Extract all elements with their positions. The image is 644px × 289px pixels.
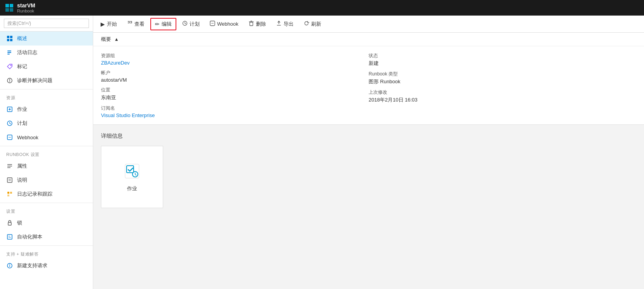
- edit-icon: ✏: [155, 21, 160, 27]
- search-input[interactable]: [4, 19, 89, 28]
- last-modified-label: 上次修改: [369, 89, 636, 96]
- sidebar-item-automation-script[interactable]: 自动化脚本: [0, 230, 93, 244]
- svg-rect-8: [7, 51, 11, 51]
- summary-header: 概要 ▲: [93, 33, 644, 46]
- runbook-settings-section-label: RUNBOOK 设置: [0, 148, 93, 159]
- runbook-type-label: Runbook 类型: [369, 71, 636, 77]
- export-button[interactable]: 导出: [272, 18, 298, 30]
- webhook-button[interactable]: Webhook: [205, 18, 243, 30]
- view-icon: [127, 21, 132, 27]
- sidebar-label-description: 说明: [17, 177, 27, 184]
- refresh-icon: [304, 21, 309, 27]
- svg-rect-6: [7, 39, 9, 41]
- account-field: 帐户 autostarVM: [101, 70, 369, 83]
- sidebar-label-jobs: 作业: [17, 106, 27, 113]
- resource-group-label: 资源组: [101, 53, 369, 59]
- svg-rect-26: [7, 178, 12, 182]
- sidebar-label-diagnose: 诊断并解决问题: [17, 77, 52, 84]
- sidebar-item-webhooks[interactable]: Webhook: [0, 130, 93, 144]
- sidebar-label-overview: 概述: [17, 35, 27, 42]
- location-field: 位置 东南亚: [101, 87, 369, 101]
- content-area: ▶ 开始 查看 ✏ 编辑 计划: [93, 16, 644, 289]
- svg-rect-32: [8, 222, 11, 225]
- status-label: 状态: [369, 53, 636, 59]
- sidebar-item-activity-log[interactable]: 活动日志: [0, 46, 93, 60]
- svg-rect-0: [5, 4, 9, 7]
- start-label: 开始: [107, 21, 117, 28]
- divider-3: [0, 203, 93, 203]
- webhook-label: Webhook: [217, 21, 238, 27]
- sidebar-label-lock: 锁: [17, 219, 22, 226]
- tag-icon: [6, 63, 13, 70]
- resource-group-value[interactable]: ZBAzureDev: [101, 60, 369, 66]
- svg-point-11: [10, 65, 12, 66]
- script-icon: [6, 233, 13, 240]
- sidebar-item-properties[interactable]: 属性: [0, 159, 93, 173]
- sidebar-label-automation-script: 自动化脚本: [17, 233, 42, 240]
- export-icon: [276, 21, 282, 27]
- svg-rect-4: [7, 36, 9, 38]
- divider-4: [0, 245, 93, 246]
- sidebar-item-diagnose[interactable]: 诊断并解决问题: [0, 74, 93, 88]
- svg-rect-5: [10, 36, 12, 38]
- svg-rect-30: [10, 192, 12, 194]
- location-label: 位置: [101, 87, 369, 93]
- main-layout: 概述 活动日志 标记 诊断并解决问题 资源 作业: [0, 16, 644, 289]
- sidebar-item-schedules[interactable]: 计划: [0, 116, 93, 130]
- svg-rect-1: [10, 4, 13, 7]
- sidebar-item-tags[interactable]: 标记: [0, 60, 93, 74]
- view-label: 查看: [134, 21, 144, 28]
- view-button[interactable]: 查看: [123, 18, 149, 30]
- sidebar-label-new-support: 新建支持请求: [17, 262, 47, 269]
- svg-rect-9: [7, 52, 11, 53]
- webhook-icon: [6, 134, 13, 141]
- jobs-detail-card[interactable]: 作业: [101, 146, 163, 208]
- divider-1: [0, 89, 93, 89]
- subscription-field: 订阅名 Visual Studio Enterprise: [101, 105, 369, 118]
- sidebar-item-lock[interactable]: 锁: [0, 216, 93, 230]
- chevron-up-icon[interactable]: ▲: [114, 37, 119, 42]
- search-box[interactable]: [0, 16, 93, 32]
- sidebar-item-overview[interactable]: 概述: [0, 32, 93, 46]
- logo-icon: [5, 3, 14, 12]
- sidebar-item-description[interactable]: 说明: [0, 173, 93, 187]
- refresh-button[interactable]: 刷新: [299, 18, 325, 30]
- last-modified-field: 上次修改 2018年2月10日 16:03: [369, 89, 636, 103]
- schedule-icon: [6, 120, 13, 127]
- refresh-label: 刷新: [311, 21, 321, 28]
- jobs-card-label: 作业: [127, 185, 137, 192]
- subscription-value[interactable]: Visual Studio Enterprise: [101, 112, 369, 118]
- toolbar: ▶ 开始 查看 ✏ 编辑 计划: [93, 16, 644, 33]
- svg-rect-3: [10, 8, 13, 12]
- svg-line-41: [185, 23, 186, 24]
- log-icon: [6, 49, 13, 56]
- runbook-type-field: Runbook 类型 图形 Runbook: [369, 71, 636, 85]
- webhook-btn-icon: [210, 21, 215, 27]
- start-button[interactable]: ▶ 开始: [96, 18, 121, 30]
- detail-title: 详细信息: [101, 133, 636, 140]
- svg-rect-7: [10, 39, 12, 41]
- properties-icon: [6, 163, 13, 170]
- schedule-button[interactable]: 计划: [178, 18, 204, 30]
- sidebar-label-tags: 标记: [17, 63, 27, 70]
- sidebar-label-logging: 日志记录和跟踪: [17, 191, 52, 198]
- svg-line-20: [10, 123, 11, 124]
- lock-icon: [6, 219, 13, 226]
- support-icon: [6, 262, 13, 269]
- sidebar-item-new-support[interactable]: 新建支持请求: [0, 259, 93, 273]
- edit-button[interactable]: ✏ 编辑: [150, 18, 176, 30]
- svg-rect-29: [7, 192, 9, 194]
- sidebar: 概述 活动日志 标记 诊断并解决问题 资源 作业: [0, 16, 93, 289]
- sidebar-label-properties: 属性: [17, 163, 27, 170]
- sidebar-item-jobs[interactable]: 作业: [0, 102, 93, 116]
- location-value: 东南亚: [101, 94, 369, 101]
- divider-2: [0, 146, 93, 146]
- summary-section: 概要 ▲ 资源组 ZBAzureDev 帐户 autostarVM 位置 东南亚: [93, 33, 644, 125]
- sidebar-item-logging[interactable]: 日志记录和跟踪: [0, 187, 93, 201]
- top-bar: starVM Runbook: [0, 0, 644, 16]
- desc-icon: [6, 177, 13, 184]
- status-field: 状态 新建: [369, 53, 636, 67]
- resources-section-label: 资源: [0, 91, 93, 102]
- delete-button[interactable]: 删除: [244, 18, 270, 30]
- delete-label: 删除: [256, 21, 266, 28]
